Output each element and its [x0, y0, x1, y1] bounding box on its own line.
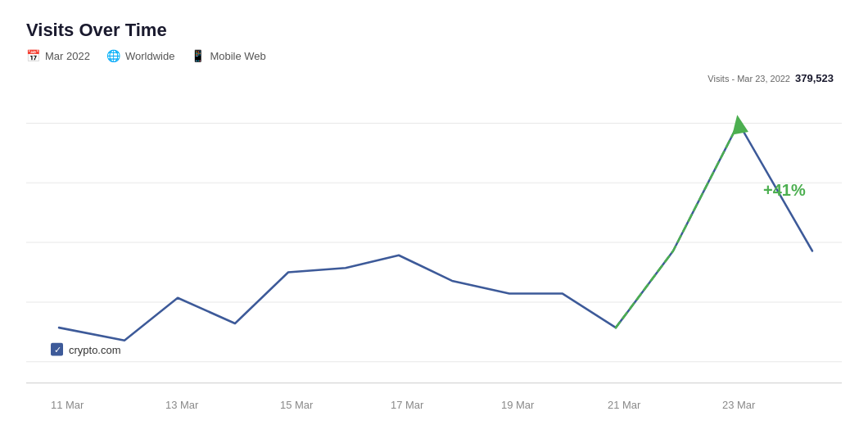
percentage-label: +41%: [763, 181, 806, 199]
xaxis-label-15mar: 15 Mar: [280, 399, 314, 411]
calendar-icon: 📅: [26, 49, 40, 62]
device-icon: 📱: [191, 49, 205, 62]
trend-arrow: [729, 113, 748, 134]
page-container: Visits Over Time 📅 Mar 2022 🌐 Worldwide …: [0, 0, 868, 443]
filter-region[interactable]: 🌐 Worldwide: [106, 49, 174, 62]
globe-icon: 🌐: [106, 49, 120, 62]
xaxis-label-19mar: 19 Mar: [501, 399, 535, 411]
filter-region-label: Worldwide: [125, 50, 174, 62]
xaxis-label-11mar: 11 Mar: [51, 399, 84, 411]
chart-area: Visits - Mar 23, 2022 379,523 +41% 11 Ma…: [26, 72, 842, 430]
chart-svg: +41% 11 Mar 13 Mar 15 Mar 17 Mar 19 Mar …: [26, 72, 842, 430]
xaxis-label-17mar: 17 Mar: [391, 399, 424, 411]
xaxis-label-23mar: 23 Mar: [722, 399, 756, 411]
legend-checkmark: ✓: [54, 345, 61, 355]
tooltip-value: 379,523: [795, 72, 834, 84]
filter-date-label: Mar 2022: [45, 50, 90, 62]
filter-device-label: Mobile Web: [210, 50, 265, 62]
tooltip-container: Visits - Mar 23, 2022 379,523: [708, 72, 834, 84]
trend-dashed-line: [616, 123, 739, 328]
xaxis-label-13mar: 13 Mar: [165, 399, 199, 411]
filter-date[interactable]: 📅 Mar 2022: [26, 49, 90, 62]
page-title: Visits Over Time: [26, 20, 842, 41]
tooltip-label-text: Visits - Mar 23, 2022: [708, 74, 790, 84]
filters-bar: 📅 Mar 2022 🌐 Worldwide 📱 Mobile Web: [26, 49, 842, 62]
main-line: [59, 123, 812, 340]
xaxis-label-21mar: 21 Mar: [608, 399, 641, 411]
filter-device[interactable]: 📱 Mobile Web: [191, 49, 265, 62]
legend-site-label: crypto.com: [69, 344, 120, 356]
